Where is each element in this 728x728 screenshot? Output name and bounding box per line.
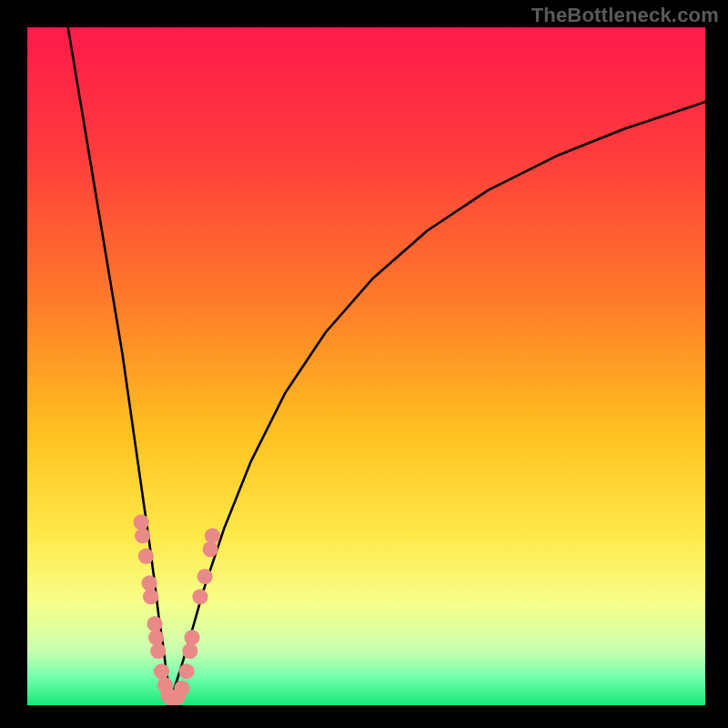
series-group xyxy=(68,27,705,699)
data-marker xyxy=(192,589,207,604)
data-marker xyxy=(179,663,195,679)
attribution-watermark: TheBottleneck.com xyxy=(531,4,719,27)
data-marker xyxy=(135,528,150,543)
data-marker xyxy=(147,616,162,632)
data-marker xyxy=(143,589,158,604)
data-marker xyxy=(138,549,154,564)
data-marker xyxy=(148,630,164,645)
chart-frame: TheBottleneck.com xyxy=(0,0,728,728)
data-marker xyxy=(154,663,169,679)
data-marker xyxy=(142,575,157,591)
data-marker xyxy=(182,643,197,659)
data-marker xyxy=(184,630,199,645)
curve-right-branch xyxy=(171,102,705,699)
data-marker xyxy=(197,569,213,584)
data-marker xyxy=(205,528,220,543)
data-marker xyxy=(150,643,166,659)
data-marker xyxy=(203,541,218,557)
marker-group xyxy=(134,514,220,705)
data-marker xyxy=(174,681,189,696)
curve-layer xyxy=(27,27,705,705)
data-marker xyxy=(134,514,149,530)
plot-area xyxy=(27,27,705,705)
